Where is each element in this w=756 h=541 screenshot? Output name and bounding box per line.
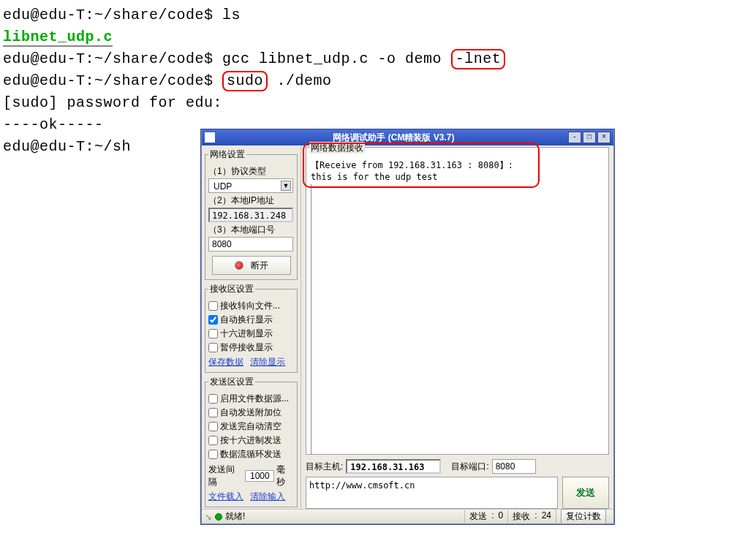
save-data-link[interactable]: 保存数据: [208, 357, 243, 367]
recv-text-area[interactable]: 网络数据接收 【Receive from 192.168.31.163 : 80…: [306, 147, 609, 455]
loop-send-checkbox[interactable]: [208, 450, 218, 459]
status-ready: 就绪!: [225, 510, 245, 523]
recv-line-1: 【Receive from 192.168.31.163 : 8080】:: [311, 159, 604, 171]
window-title: 网络调试助手 (CM精装版 V3.7): [219, 132, 568, 144]
send-text-field[interactable]: http://www.cmsoft.cn: [306, 477, 558, 509]
record-icon: [235, 261, 243, 270]
hex-display-checkbox[interactable]: [208, 329, 218, 338]
recv-line-2: this is for the udp test: [311, 171, 604, 183]
prompt: edu@edu-T:~/share/code$: [3, 7, 213, 23]
target-host-field[interactable]: 192.168.31.163: [346, 459, 441, 474]
file-listing: libnet_udp.c: [3, 29, 113, 47]
text-cursor: [311, 184, 311, 455]
clear-input-link[interactable]: 清除输入: [250, 491, 285, 502]
recv-to-file-checkbox[interactable]: [208, 301, 218, 311]
file-source-checkbox[interactable]: [208, 394, 218, 404]
recv-area-legend: 网络数据接收: [309, 142, 365, 154]
cmd-ls: ls: [222, 7, 241, 23]
minimize-button[interactable]: -: [568, 132, 581, 143]
send-settings-legend: 发送区设置: [208, 376, 255, 388]
send-count-value: 0: [499, 510, 504, 523]
grip-icon: ↘: [205, 512, 212, 522]
protocol-label: （1）协议类型: [208, 165, 294, 178]
prompt-short: edu@edu-T:~/sh: [3, 138, 131, 155]
recv-settings-group: 接收区设置 接收转向文件... 自动换行显示 十六进制显示 暂停接收显示 保存数…: [205, 283, 298, 373]
send-hex-checkbox[interactable]: [208, 436, 218, 445]
cmd-demo: ./demo: [268, 72, 332, 89]
target-port-field[interactable]: [492, 459, 536, 474]
pause-recv-checkbox[interactable]: [208, 343, 218, 352]
net-assist-dialog: 网络调试助手 (CM精装版 V3.7) - □ × 网络设置 （1）协议类型 U…: [201, 129, 614, 524]
status-dot-icon: [215, 513, 222, 521]
sudo-highlight: sudo: [222, 71, 268, 91]
clear-display-link[interactable]: 清除显示: [250, 357, 285, 367]
prompt: edu@edu-T:~/share/code$: [3, 72, 213, 89]
send-count-label: 发送: [469, 510, 487, 523]
ok-output: ----ok-----: [3, 116, 104, 133]
target-host-label: 目标主机:: [306, 461, 343, 473]
maximize-button[interactable]: □: [583, 132, 596, 143]
app-icon: [205, 132, 215, 143]
cmd-gcc: gcc libnet_udp.c -o demo: [222, 50, 442, 67]
send-interval-field[interactable]: [245, 470, 274, 482]
send-button[interactable]: 发送: [562, 477, 609, 509]
recv-count-value: 24: [542, 510, 551, 523]
target-port-label: 目标端口:: [451, 461, 488, 473]
chevron-down-icon[interactable]: ▼: [281, 181, 291, 191]
close-button[interactable]: ×: [597, 132, 611, 143]
recv-settings-legend: 接收区设置: [208, 283, 255, 295]
disconnect-button[interactable]: 断开: [212, 256, 291, 275]
file-load-link[interactable]: 文件载入: [208, 491, 243, 502]
flag-lnet-highlight: -lnet: [451, 49, 506, 69]
local-port-label: （3）本地端口号: [208, 224, 294, 236]
auto-append-checkbox[interactable]: [208, 408, 218, 417]
reset-count-button[interactable]: 复位计数: [561, 509, 606, 524]
local-port-field[interactable]: [208, 237, 293, 251]
local-ip-label: （2）本地IP地址: [208, 194, 294, 207]
send-settings-group: 发送区设置 启用文件数据源... 自动发送附加位 发送完自动清空 按十六进制发送…: [205, 376, 298, 507]
network-settings-group: 网络设置 （1）协议类型 UDP ▼ （2）本地IP地址 192.168.31.…: [205, 148, 298, 280]
auto-wrap-checkbox[interactable]: [208, 315, 218, 325]
titlebar[interactable]: 网络调试助手 (CM精装版 V3.7) - □ ×: [202, 129, 613, 145]
statusbar: ↘ 就绪! 发送: 0 接收: 24 复位计数: [202, 509, 613, 523]
sudo-pwd-prompt: [sudo] password for edu:: [3, 94, 222, 111]
network-settings-legend: 网络设置: [208, 148, 246, 161]
local-ip-field[interactable]: 192.168.31.248: [208, 208, 293, 222]
recv-count-label: 接收: [513, 510, 530, 523]
prompt: edu@edu-T:~/share/code$: [3, 50, 213, 67]
protocol-select[interactable]: UDP ▼: [208, 178, 293, 193]
auto-clear-checkbox[interactable]: [208, 422, 218, 431]
